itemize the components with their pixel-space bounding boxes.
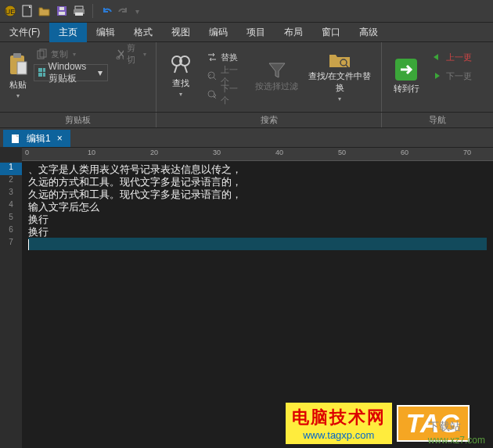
menu-format[interactable]: 格式 bbox=[124, 23, 162, 42]
ruler-tick: 10 bbox=[88, 149, 95, 156]
svg-rect-6 bbox=[75, 6, 83, 9]
watermark-url: www.tagxp.com bbox=[292, 429, 386, 441]
paste-button[interactable]: 粘贴 ▾ bbox=[6, 45, 29, 106]
replace-button[interactable]: 替换 bbox=[203, 48, 250, 66]
ruler-tick: 30 bbox=[213, 149, 221, 156]
ribbon-group-clipboard: 粘贴 ▾ 复制▾ Windows 剪贴板 ▾ 剪切▾ bbox=[0, 42, 157, 112]
menu-layout[interactable]: 布局 bbox=[275, 23, 312, 42]
chevron-down-icon: ▾ bbox=[16, 92, 20, 99]
svg-rect-31 bbox=[12, 134, 19, 143]
svg-line-25 bbox=[214, 77, 216, 80]
ruler: 0 10 20 30 40 50 60 70 bbox=[22, 147, 493, 161]
separator bbox=[92, 4, 93, 18]
clipboard-combo[interactable]: Windows 剪贴板 ▾ bbox=[34, 64, 108, 81]
menu-edit[interactable]: 编辑 bbox=[87, 23, 124, 42]
ruler-tick: 50 bbox=[338, 149, 346, 156]
clipboard-combo-label: Windows 剪贴板 bbox=[49, 61, 94, 85]
goto-label: 转到行 bbox=[394, 83, 419, 95]
prev-edit-button[interactable]: 上一更 bbox=[429, 48, 475, 66]
menu-window[interactable]: 窗口 bbox=[312, 23, 350, 42]
paste-label: 粘贴 bbox=[9, 79, 27, 91]
ribbon: 粘贴 ▾ 复制▾ Windows 剪贴板 ▾ 剪切▾ bbox=[0, 42, 493, 113]
cut-button[interactable]: 剪切▾ bbox=[113, 45, 149, 63]
line-number[interactable]: 3 bbox=[0, 188, 22, 200]
filter-button[interactable]: 按选择过滤 bbox=[254, 45, 300, 106]
ruler-tick: 40 bbox=[275, 149, 283, 156]
line-number[interactable]: 2 bbox=[0, 175, 22, 188]
tab-title: 编辑1 bbox=[27, 132, 51, 145]
find-prev-button[interactable]: 上一个 bbox=[203, 67, 250, 84]
ribbon-group-search: 查找 ▾ 替换 上一个 下一个 按选择过滤 bbox=[157, 42, 382, 112]
ruler-tick: 70 bbox=[463, 149, 471, 156]
filter-label: 按选择过滤 bbox=[255, 81, 298, 92]
line-gutter: 1 2 3 4 5 6 7 bbox=[0, 161, 22, 448]
code-line[interactable]: 输入文字后怎么 bbox=[28, 200, 487, 213]
svg-line-22 bbox=[175, 66, 177, 73]
watermark-site2: 下载站 www.xz7.com bbox=[428, 420, 485, 446]
code-line[interactable]: 久远的方式和工具。现代文字多是记录语言的， bbox=[28, 175, 487, 188]
replace-label: 替换 bbox=[221, 52, 238, 63]
code-line[interactable]: 、文字是人类用表义符号记录表达信息以传之， bbox=[28, 163, 487, 175]
undo-icon[interactable] bbox=[99, 4, 113, 18]
find-label: 查找 bbox=[172, 77, 189, 89]
watermark-title: 电脑技术网 bbox=[292, 406, 386, 429]
chevron-down-icon: ▾ bbox=[179, 91, 182, 98]
svg-rect-11 bbox=[17, 62, 27, 74]
file-icon bbox=[11, 134, 20, 143]
search-group-label: 搜索 bbox=[157, 113, 382, 127]
windows-icon bbox=[38, 67, 45, 78]
find-button[interactable]: 查找 ▾ bbox=[163, 45, 199, 106]
watermark-site1: 电脑技术网 www.tagxp.com bbox=[286, 403, 392, 444]
line-number[interactable]: 6 bbox=[0, 225, 22, 238]
ribbon-labels: 剪贴板 搜索 导航 bbox=[0, 113, 493, 128]
nav-group-label: 导航 bbox=[382, 113, 493, 127]
menu-advanced[interactable]: 高级 bbox=[350, 23, 387, 42]
find-in-files-label: 查找/在文件中替换 bbox=[305, 70, 375, 94]
menu-home[interactable]: 主页 bbox=[49, 23, 87, 42]
code-line[interactable]: 换行 bbox=[28, 225, 487, 238]
app-icon: UE bbox=[3, 4, 17, 18]
new-file-icon[interactable] bbox=[20, 4, 34, 18]
close-tab-icon[interactable]: × bbox=[57, 133, 63, 144]
document-tab[interactable]: 编辑1 × bbox=[3, 130, 70, 147]
svg-rect-16 bbox=[38, 73, 42, 77]
redo-icon[interactable] bbox=[117, 4, 131, 18]
ruler-tick: 0 bbox=[25, 149, 29, 156]
titlebar: UE ▾ bbox=[0, 0, 493, 22]
menu-view[interactable]: 视图 bbox=[162, 23, 200, 42]
prev-edit-label: 上一更 bbox=[446, 52, 472, 63]
current-line[interactable] bbox=[28, 238, 487, 250]
svg-rect-10 bbox=[13, 53, 21, 58]
chevron-down-icon: ▾ bbox=[338, 95, 341, 102]
tabbar: 编辑1 × bbox=[0, 128, 493, 147]
chevron-down-icon[interactable]: ▾ bbox=[97, 67, 104, 78]
editor: 1 2 3 4 5 6 7 、文字是人类用表义符号记录表达信息以传之， 久远的方… bbox=[0, 161, 493, 448]
line-number[interactable]: 7 bbox=[0, 238, 22, 250]
menu-encoding[interactable]: 编码 bbox=[200, 23, 237, 42]
dropdown-arrow-icon[interactable]: ▾ bbox=[135, 7, 139, 16]
ribbon-group-navigation: 转到行 上一更 下一更 bbox=[382, 42, 493, 112]
menu-project[interactable]: 项目 bbox=[237, 23, 275, 42]
open-file-icon[interactable] bbox=[38, 4, 52, 18]
find-in-files-button[interactable]: 查找/在文件中替换 ▾ bbox=[305, 45, 375, 106]
svg-point-26 bbox=[208, 91, 214, 97]
find-next-button[interactable]: 下一个 bbox=[203, 86, 250, 103]
copy-label: 复制 bbox=[51, 48, 68, 60]
cut-label: 剪切 bbox=[127, 42, 139, 66]
line-number[interactable]: 4 bbox=[0, 200, 22, 213]
code-line[interactable]: 换行 bbox=[28, 213, 487, 225]
print-icon[interactable] bbox=[72, 4, 86, 18]
goto-line-button[interactable]: 转到行 bbox=[388, 45, 424, 106]
menubar: 文件(F) 主页 编辑 格式 视图 编码 项目 布局 窗口 高级 bbox=[0, 22, 493, 42]
ruler-tick: 60 bbox=[401, 149, 408, 156]
svg-rect-5 bbox=[59, 7, 64, 10]
menu-file[interactable]: 文件(F) bbox=[0, 23, 49, 42]
line-number[interactable]: 1 bbox=[0, 163, 22, 175]
code-area[interactable]: 、文字是人类用表义符号记录表达信息以传之， 久远的方式和工具。现代文字多是记录语… bbox=[22, 161, 493, 448]
save-icon[interactable] bbox=[55, 4, 69, 18]
code-line[interactable]: 久远的方式和工具。现代文字多是记录语言的， bbox=[28, 188, 487, 200]
line-number[interactable]: 5 bbox=[0, 213, 22, 225]
find-next-label: 下一个 bbox=[221, 83, 246, 106]
watermark-site2-name: 下载站 bbox=[428, 420, 461, 432]
next-edit-button[interactable]: 下一更 bbox=[429, 67, 475, 84]
